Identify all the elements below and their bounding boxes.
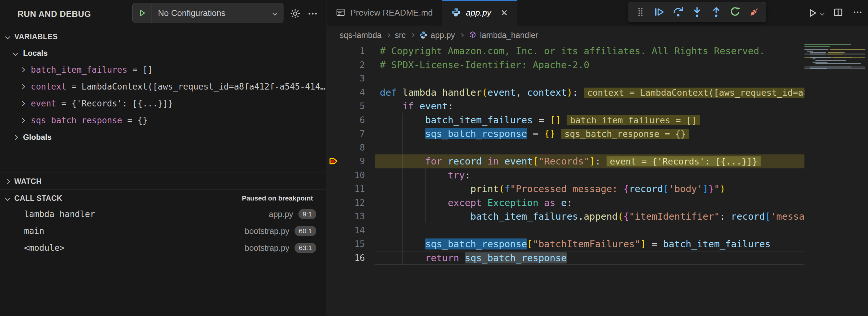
chevron-down-icon[interactable] [5, 34, 10, 39]
code-line[interactable]: 3 [327, 72, 804, 86]
restart-button[interactable] [728, 5, 742, 19]
globals-group-row[interactable]: Globals [0, 129, 326, 145]
more-actions-icon[interactable] [306, 6, 320, 21]
watch-header-label: WATCH [14, 177, 41, 186]
variable-name: event [31, 99, 56, 108]
minimap-code-row [815, 60, 846, 61]
line-number[interactable]: 6 [327, 113, 380, 127]
gear-icon[interactable] [288, 6, 302, 21]
call-stack-section-header[interactable]: CALL STACK Paused on breakpoint [0, 192, 326, 204]
chevron-right-icon[interactable] [13, 135, 18, 140]
code-line[interactable]: 2# SPDX-License-Identifier: Apache-2.0 [327, 58, 804, 72]
code-line[interactable]: 12 except Exception as e: [327, 196, 804, 210]
code-line[interactable]: 5 if event: [327, 99, 804, 113]
line-number[interactable]: 12 [327, 196, 380, 210]
frame-file: app.py [269, 210, 293, 219]
line-number[interactable]: 14 [327, 224, 380, 238]
frame-name: <module> [24, 243, 65, 253]
editor-area: Preview README.md app.py ✕ [327, 0, 868, 316]
code-line[interactable]: 14 [327, 224, 804, 238]
step-into-button[interactable] [690, 5, 704, 19]
start-debug-icon[interactable] [133, 3, 152, 23]
line-number[interactable]: 9 [327, 154, 380, 168]
code-editor[interactable]: 1# Copyright Amazon.com, Inc. or its aff… [327, 44, 868, 316]
variable-value: = LambdaContext([aws_request_id=a8fa412f… [66, 82, 326, 92]
line-number[interactable]: 3 [327, 72, 380, 86]
variables-section-header[interactable]: VARIABLES [0, 31, 326, 43]
step-over-button[interactable] [671, 5, 685, 19]
line-number[interactable]: 15 [327, 237, 380, 251]
frame-position-badge: 63:1 [294, 243, 316, 253]
code-line[interactable]: 11 print(f"Processed message: {record['b… [327, 182, 804, 196]
code-line[interactable]: 10 try: [327, 168, 804, 182]
disconnect-button[interactable] [747, 5, 761, 19]
minimap-hint-row [828, 52, 844, 53]
code-line[interactable]: 13 batch_item_failures.append({"itemIden… [327, 210, 804, 224]
frame-name: main [24, 226, 44, 236]
drag-handle-icon[interactable] [633, 5, 647, 19]
call-stack-frame[interactable]: <module>bootstrap.py63:1 [0, 240, 326, 256]
line-number[interactable]: 4 [327, 86, 380, 100]
code-line[interactable]: 9 for record in event["Records"]:event =… [327, 154, 804, 168]
breadcrumb-file[interactable]: app.py [419, 31, 455, 40]
line-number[interactable]: 5 [327, 99, 380, 113]
breadcrumb-folder[interactable]: src [395, 31, 405, 40]
watch-section-header[interactable]: WATCH [0, 175, 326, 188]
call-stack-frame[interactable]: lambda_handlerapp.py9:1 [0, 206, 326, 222]
close-icon[interactable]: ✕ [500, 8, 508, 18]
code-line[interactable]: 7 sqs_batch_response = {}sqs_batch_respo… [327, 127, 804, 141]
split-editor-icon[interactable] [833, 7, 843, 19]
variable-row[interactable]: sqs_batch_response = {} [0, 113, 326, 128]
debug-inline-value: sqs_batch_response = {} [561, 129, 689, 139]
breadcrumb-symbol[interactable]: lambda_handler [468, 31, 538, 40]
variable-row[interactable]: context = LambdaContext([aws_request_id=… [0, 79, 326, 94]
python-icon [419, 31, 428, 39]
breadcrumb-folder[interactable]: sqs-lambda [340, 31, 381, 40]
code-text: if event: [380, 99, 454, 113]
line-number[interactable]: 1 [327, 44, 380, 58]
run-python-file-button[interactable] [807, 8, 824, 18]
launch-configuration-dropdown[interactable]: No Configurations [132, 3, 283, 23]
tab-app-py[interactable]: app.py ✕ [442, 0, 517, 26]
variable-row[interactable]: event = {'Records': [{...}]} [0, 96, 326, 111]
variable-name: sqs_batch_response [31, 116, 122, 125]
code-line[interactable]: 15 sqs_batch_response["batchItemFailures… [327, 237, 804, 251]
chevron-right-icon[interactable] [5, 179, 10, 184]
chevron-down-icon[interactable] [820, 10, 825, 15]
chevron-right-icon[interactable] [20, 118, 25, 123]
code-line[interactable]: 16 return sqs_batch_response [327, 251, 804, 265]
frame-file: bootstrap.py [245, 226, 290, 236]
chevron-down-icon[interactable] [13, 51, 18, 56]
code-text: print(f"Processed message: {record['body… [380, 182, 725, 196]
line-number[interactable]: 10 [327, 168, 380, 182]
line-number[interactable]: 2 [327, 58, 380, 72]
code-line[interactable]: 6 batch_item_failures = []batch_item_fai… [327, 113, 804, 127]
locals-label: Locals [23, 49, 48, 58]
variables-header-label: VARIABLES [14, 32, 58, 41]
line-number[interactable]: 16 [327, 251, 380, 265]
frame-name: lambda_handler [24, 209, 95, 219]
line-number[interactable]: 8 [327, 141, 380, 155]
minimap[interactable] [804, 44, 868, 316]
code-line[interactable]: 8 [327, 141, 804, 155]
call-stack-frame[interactable]: mainbootstrap.py60:1 [0, 223, 326, 239]
continue-button[interactable] [652, 5, 666, 19]
chevron-right-icon[interactable] [20, 84, 25, 89]
tab-preview-readme[interactable]: Preview README.md [327, 0, 442, 26]
chevron-down-icon[interactable] [5, 196, 10, 201]
call-stack-header-label: CALL STACK [14, 194, 62, 203]
chevron-right-icon[interactable] [20, 101, 25, 106]
step-out-button[interactable] [709, 5, 723, 19]
locals-group-row[interactable]: Locals [0, 45, 326, 61]
line-number[interactable]: 13 [327, 210, 380, 224]
line-number[interactable]: 7 [327, 127, 380, 141]
code-line[interactable]: 4def lambda_handler(event, context):cont… [327, 86, 804, 100]
more-actions-icon[interactable] [852, 7, 863, 19]
code-line[interactable]: 1# Copyright Amazon.com, Inc. or its aff… [327, 44, 804, 58]
minimap-code-row [815, 63, 861, 64]
minimap-code-row [804, 49, 829, 50]
chevron-right-icon[interactable] [20, 67, 25, 72]
configuration-label: No Configurations [152, 8, 273, 18]
variable-row[interactable]: batch_item_failures = [] [0, 62, 326, 77]
line-number[interactable]: 11 [327, 182, 380, 196]
